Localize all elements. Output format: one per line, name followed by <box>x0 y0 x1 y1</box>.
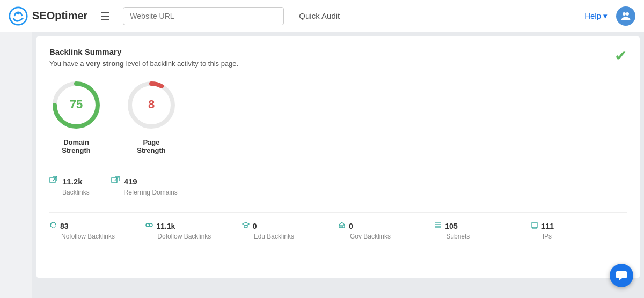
hamburger-menu[interactable]: ☰ <box>96 8 114 25</box>
edu-stat: 0 Edu Backlinks <box>242 221 338 240</box>
logo-icon <box>9 6 28 26</box>
subnets-icon <box>434 221 442 230</box>
dofollow-value: 11.1k <box>156 222 175 230</box>
svg-rect-8 <box>50 177 55 183</box>
gov-stat: 0 Gov Backlinks <box>338 221 434 240</box>
edu-label: Edu Backlinks <box>254 233 294 240</box>
section-description: You have a very strong level of backlink… <box>49 59 627 68</box>
content-card: ✔ Backlink Summary You have a very stron… <box>36 36 640 278</box>
chat-button[interactable] <box>610 264 633 287</box>
subnets-value: 105 <box>445 222 457 230</box>
dofollow-icon <box>145 221 153 230</box>
page-strength-svg: 8 <box>125 78 178 132</box>
svg-rect-9 <box>112 177 117 183</box>
gov-value: 0 <box>349 222 353 230</box>
mid-stats-row: 11.2k Backlinks 419 <box>49 170 627 196</box>
content-wrapper: ✔ Backlink Summary You have a very stron… <box>32 32 644 298</box>
header: SEOptimer ☰ Quick Audit Help ▾ <box>0 0 644 32</box>
nofollow-value: 83 <box>60 222 69 230</box>
svg-point-2 <box>623 12 626 16</box>
logo-text: SEOptimer <box>32 10 87 22</box>
svg-point-0 <box>10 7 27 24</box>
backlinks-value: 11.2k <box>62 177 83 186</box>
svg-rect-14 <box>341 226 343 228</box>
backlinks-stat: 11.2k Backlinks <box>49 176 90 196</box>
section-title: Backlink Summary <box>49 47 627 56</box>
domain-strength-label: DomainStrength <box>62 138 90 154</box>
circles-row: 75 DomainStrength 8 PageStrength <box>49 78 627 154</box>
edu-icon <box>242 221 250 230</box>
svg-point-10 <box>146 224 149 227</box>
pass-checkmark: ✔ <box>614 47 627 65</box>
domain-strength-value: 75 <box>70 98 83 111</box>
referring-domains-label: Referring Domains <box>124 189 178 196</box>
edu-value: 0 <box>253 222 257 230</box>
help-button[interactable]: Help ▾ <box>584 11 608 21</box>
url-input[interactable] <box>123 7 284 25</box>
main-area: ✔ Backlink Summary You have a very stron… <box>0 32 644 298</box>
referring-domains-stat: 419 Referring Domains <box>111 176 178 196</box>
page-strength-circle: 8 PageStrength <box>125 78 178 154</box>
referring-domains-value: 419 <box>124 177 137 186</box>
nofollow-stat: 83 Nofollow Backlinks <box>49 221 145 240</box>
ips-stat: 111 IPs <box>531 221 627 240</box>
dofollow-stat: 11.1k Dofollow Backlinks <box>145 221 241 240</box>
nofollow-label: Nofollow Backlinks <box>61 233 115 240</box>
ips-value: 111 <box>541 222 554 230</box>
ips-label: IPs <box>543 233 552 240</box>
referring-domains-icon <box>111 176 120 187</box>
ips-icon <box>531 221 538 230</box>
sidebar <box>0 32 32 298</box>
domain-strength-svg: 75 <box>49 78 103 132</box>
avatar[interactable] <box>616 6 635 26</box>
domain-strength-circle: 75 DomainStrength <box>49 78 103 154</box>
svg-point-11 <box>149 224 152 227</box>
header-right: Help ▾ <box>584 6 635 26</box>
page-strength-label: PageStrength <box>137 138 165 154</box>
svg-point-1 <box>17 11 19 14</box>
svg-marker-12 <box>243 222 249 226</box>
backlinks-icon <box>49 176 58 187</box>
subnets-stat: 105 Subnets <box>434 221 530 240</box>
bottom-stats-row: 83 Nofollow Backlinks 11.1k <box>49 212 627 240</box>
svg-point-3 <box>626 12 629 16</box>
logo: SEOptimer <box>9 6 87 26</box>
dofollow-label: Dofollow Backlinks <box>157 233 211 240</box>
nofollow-icon <box>49 221 57 230</box>
gov-icon <box>338 221 346 230</box>
backlinks-label: Backlinks <box>62 189 90 196</box>
page-strength-value: 8 <box>148 98 155 111</box>
quick-audit-button[interactable]: Quick Audit <box>292 7 346 25</box>
gov-label: Gov Backlinks <box>350 233 391 240</box>
svg-rect-19 <box>531 223 538 227</box>
subnets-label: Subnets <box>446 233 470 240</box>
